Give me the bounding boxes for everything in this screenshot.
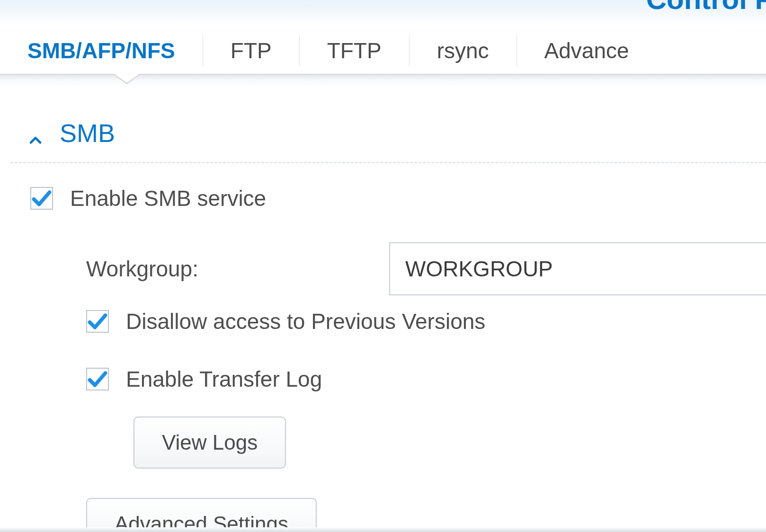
workgroup-input[interactable] xyxy=(389,242,766,295)
tab-rsync[interactable]: rsync xyxy=(410,27,517,74)
tab-bar: SMB/AFP/NFS FTP TFTP rsync Advance xyxy=(0,27,766,74)
view-logs-row: View Logs xyxy=(134,411,286,474)
enable-smb-row: Enable SMB service xyxy=(30,180,266,217)
disallow-previous-checkbox[interactable] xyxy=(86,310,109,333)
active-tab-indicator xyxy=(113,74,141,88)
disallow-previous-label: Disallow access to Previous Versions xyxy=(126,309,485,334)
advanced-settings-row: Advanced Settings xyxy=(86,492,317,532)
tab-label: Advance xyxy=(544,38,629,63)
transfer-log-row: Enable Transfer Log xyxy=(86,361,322,398)
workgroup-label: Workgroup: xyxy=(86,256,389,282)
bottom-crop-fade xyxy=(0,527,766,532)
window-title: Control Pa xyxy=(646,0,766,16)
tab-tftp[interactable]: TFTP xyxy=(300,27,409,74)
tab-ftp[interactable]: FTP xyxy=(203,27,299,74)
check-icon xyxy=(87,369,108,390)
section-title: SMB xyxy=(60,118,115,148)
transfer-log-checkbox[interactable] xyxy=(86,368,109,390)
tab-label: TFTP xyxy=(327,38,382,63)
enable-smb-label: Enable SMB service xyxy=(70,186,266,211)
section-header[interactable]: SMB xyxy=(10,118,766,163)
tab-label: SMB/AFP/NFS xyxy=(27,38,175,63)
workgroup-row: Workgroup: xyxy=(86,237,766,301)
tab-label: rsync xyxy=(437,38,489,63)
chevron-up-icon xyxy=(27,125,44,141)
tab-label: FTP xyxy=(231,38,272,63)
check-icon xyxy=(87,311,108,332)
button-label: View Logs xyxy=(162,431,258,454)
section-smb: SMB xyxy=(10,118,766,163)
transfer-log-label: Enable Transfer Log xyxy=(126,366,322,392)
view-logs-button[interactable]: View Logs xyxy=(134,417,286,469)
check-icon xyxy=(31,188,52,209)
disallow-previous-row: Disallow access to Previous Versions xyxy=(86,303,485,340)
tab-advanced[interactable]: Advance xyxy=(517,27,657,74)
enable-smb-checkbox[interactable] xyxy=(30,187,53,210)
tab-smb-afp-nfs[interactable]: SMB/AFP/NFS xyxy=(0,27,203,74)
